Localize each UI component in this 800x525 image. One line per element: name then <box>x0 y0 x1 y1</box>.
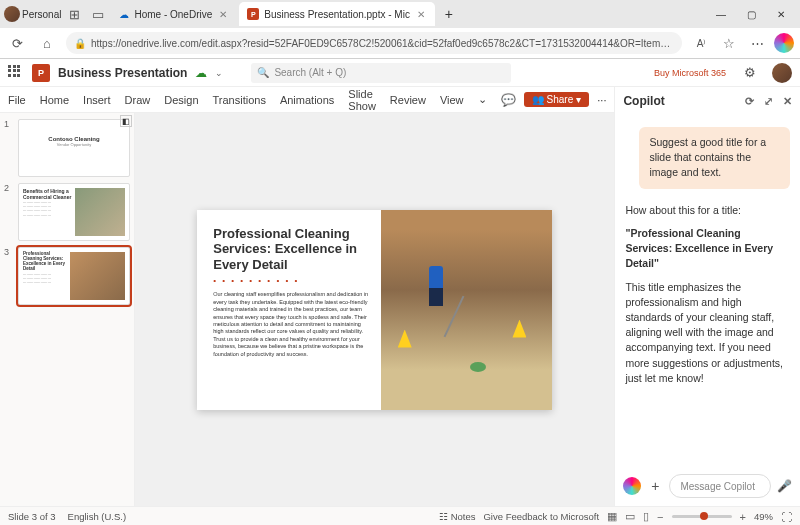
profile-avatar-icon[interactable] <box>4 6 20 22</box>
slide-heading[interactable]: Professional Cleaning Services: Excellen… <box>213 226 368 273</box>
ribbon-tab-insert[interactable]: Insert <box>83 94 111 106</box>
microphone-icon[interactable]: 🎤 <box>777 479 792 493</box>
add-attachment-icon[interactable]: + <box>647 478 663 494</box>
ribbon: File Home Insert Draw Design Transitions… <box>0 87 614 113</box>
slide-counter[interactable]: Slide 3 of 3 <box>8 511 56 522</box>
share-button[interactable]: 👥 Share ▾ <box>524 92 590 107</box>
user-message: Suggest a good title for a slide that co… <box>639 127 790 189</box>
zoom-out-icon[interactable]: − <box>657 511 663 523</box>
refresh-icon[interactable]: ⟳ <box>745 95 754 108</box>
url-input[interactable]: 🔒 https://onedrive.live.com/edit.aspx?re… <box>66 32 682 54</box>
slide-divider-dots: • • • • • • • • • • <box>213 276 368 285</box>
profile-label: Personal <box>22 9 61 20</box>
normal-view-icon[interactable]: ▦ <box>607 510 617 523</box>
copilot-intro: How about this for a title: <box>625 203 790 218</box>
saved-cloud-icon[interactable]: ☁ <box>195 66 207 80</box>
thumb-number: 1 <box>4 119 14 177</box>
ribbon-tab-file[interactable]: File <box>8 94 26 106</box>
slide-body-text[interactable]: Our cleaning staff exemplifies professio… <box>213 291 368 358</box>
zoom-level[interactable]: 49% <box>754 511 773 522</box>
slideshow-view-icon[interactable]: ▭ <box>625 510 635 523</box>
close-icon[interactable]: ✕ <box>783 95 792 108</box>
tab-actions-icon[interactable]: ▭ <box>87 3 109 25</box>
tab-label: Business Presentation.pptx - Mic <box>264 9 410 20</box>
ribbon-chevron-icon[interactable]: ⌄ <box>478 93 487 106</box>
slide[interactable]: Professional Cleaning Services: Excellen… <box>197 210 552 410</box>
copilot-title: Copilot <box>623 94 664 108</box>
close-icon[interactable]: ✕ <box>217 8 229 20</box>
workspace: ◧ 1 Contoso CleaningVendor Opportunity 2… <box>0 113 614 506</box>
title-bar: P Business Presentation ☁ ⌄ 🔍 Search (Al… <box>0 59 800 87</box>
tab-onedrive[interactable]: ☁ Home - OneDrive ✕ <box>111 2 237 26</box>
home-icon[interactable]: ⌂ <box>36 32 58 54</box>
caution-sign-icon <box>398 330 412 348</box>
refresh-icon[interactable]: ⟳ <box>6 32 28 54</box>
chevron-down-icon: ▾ <box>576 94 581 105</box>
document-title[interactable]: Business Presentation <box>58 66 187 80</box>
minimize-button[interactable]: ― <box>706 1 736 27</box>
ribbon-tab-review[interactable]: Review <box>390 94 426 106</box>
maximize-button[interactable]: ▢ <box>736 1 766 27</box>
close-icon[interactable]: ✕ <box>415 8 427 20</box>
fit-to-window-icon[interactable]: ⛶ <box>781 511 792 523</box>
slide-canvas[interactable]: Professional Cleaning Services: Excellen… <box>135 113 614 506</box>
zoom-slider[interactable] <box>672 515 732 518</box>
copilot-input-row: + Message Copilot 🎤 <box>615 468 800 506</box>
collapse-thumbnails-icon[interactable]: ◧ <box>120 115 132 127</box>
copilot-response: How about this for a title: "Professiona… <box>625 203 790 386</box>
thumbnail-3[interactable]: 3 Professional Cleaning Services: Excell… <box>4 247 130 305</box>
thumbnail-2[interactable]: 2 Benefits of Hiring a Commercial Cleane… <box>4 183 130 241</box>
tab-powerpoint[interactable]: P Business Presentation.pptx - Mic ✕ <box>239 2 435 26</box>
thumb-image-placeholder <box>70 252 125 300</box>
extensions-icon[interactable]: ⋯ <box>746 32 768 54</box>
ribbon-more-button[interactable]: ··· <box>597 94 606 106</box>
notes-button[interactable]: ☷ Notes <box>439 511 475 522</box>
tab-strip: Personal ⊞ ▭ ☁ Home - OneDrive ✕ P Busin… <box>0 0 800 28</box>
close-button[interactable]: ✕ <box>766 1 796 27</box>
search-placeholder: Search (Alt + Q) <box>274 67 346 78</box>
ribbon-tab-home[interactable]: Home <box>40 94 69 106</box>
search-icon: 🔍 <box>257 67 269 78</box>
new-tab-button[interactable]: + <box>437 2 461 26</box>
workspaces-icon[interactable]: ⊞ <box>63 3 85 25</box>
ribbon-tab-transitions[interactable]: Transitions <box>213 94 266 106</box>
zoom-thumb[interactable] <box>700 512 708 520</box>
read-aloud-icon[interactable]: A⁾ <box>690 32 712 54</box>
zoom-in-icon[interactable]: + <box>740 511 746 523</box>
url-text: https://onedrive.live.com/edit.aspx?resi… <box>91 38 674 49</box>
buy-m365-link[interactable]: Buy Microsoft 365 <box>654 68 726 78</box>
powerpoint-icon: P <box>32 64 50 82</box>
ribbon-tab-design[interactable]: Design <box>164 94 198 106</box>
thumbnail-1[interactable]: 1 Contoso CleaningVendor Opportunity <box>4 119 130 177</box>
app-launcher-icon[interactable] <box>8 65 24 81</box>
ribbon-tab-slideshow[interactable]: Slide Show <box>348 88 376 112</box>
mop-head-icon <box>470 362 486 372</box>
ribbon-tab-view[interactable]: View <box>440 94 464 106</box>
account-avatar[interactable] <box>772 63 792 83</box>
thumb-number: 2 <box>4 183 14 241</box>
address-bar: ⟳ ⌂ 🔒 https://onedrive.live.com/edit.asp… <box>0 28 800 58</box>
reading-view-icon[interactable]: ▯ <box>643 510 649 523</box>
slide-text-area: Professional Cleaning Services: Excellen… <box>197 210 380 410</box>
comments-icon[interactable]: 💬 <box>501 93 516 107</box>
copilot-icon[interactable] <box>774 33 794 53</box>
powerpoint-icon: P <box>247 8 259 20</box>
browser-chrome: Personal ⊞ ▭ ☁ Home - OneDrive ✕ P Busin… <box>0 0 800 59</box>
copilot-sparkle-icon[interactable] <box>623 477 641 495</box>
copilot-header: Copilot ⟳ ⤢ ✕ <box>615 87 800 115</box>
lock-icon: 🔒 <box>74 38 86 49</box>
copilot-input-placeholder: Message Copilot <box>680 481 754 492</box>
favorite-icon[interactable]: ☆ <box>718 32 740 54</box>
tab-label: Home - OneDrive <box>134 9 212 20</box>
search-input[interactable]: 🔍 Search (Alt + Q) <box>251 63 511 83</box>
settings-icon[interactable]: ⚙ <box>744 65 756 80</box>
language-status[interactable]: English (U.S.) <box>68 511 127 522</box>
ribbon-tab-draw[interactable]: Draw <box>125 94 151 106</box>
ribbon-tab-animations[interactable]: Animations <box>280 94 334 106</box>
chevron-down-icon[interactable]: ⌄ <box>215 68 223 78</box>
thumb-image-placeholder <box>75 188 125 236</box>
copilot-input[interactable]: Message Copilot <box>669 474 771 498</box>
feedback-link[interactable]: Give Feedback to Microsoft <box>483 511 599 522</box>
slide-image[interactable] <box>381 210 553 410</box>
expand-icon[interactable]: ⤢ <box>764 95 773 108</box>
